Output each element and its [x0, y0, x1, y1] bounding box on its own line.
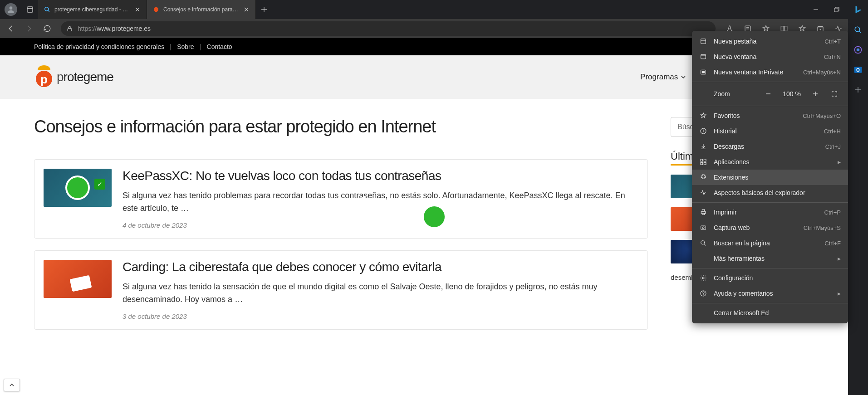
- new-window-icon: [699, 53, 707, 61]
- history-icon: [699, 127, 707, 135]
- menu-zoom: Zoom 100 %: [692, 84, 848, 104]
- menu-more-tools[interactable]: Más herramientas ▸: [692, 251, 848, 266]
- article-date: 3 de octubre de 2023: [123, 312, 638, 320]
- bing-search-icon: [44, 6, 51, 13]
- performance-icon: [699, 189, 707, 197]
- apps-icon: [699, 158, 707, 166]
- outlook-icon[interactable]: O: [852, 63, 864, 76]
- search-icon: [699, 239, 707, 247]
- menu-close-edge[interactable]: Cerrar Microsoft Ed: [692, 305, 848, 321]
- article-thumbnail: [44, 260, 112, 298]
- svg-point-66: [703, 295, 703, 295]
- downloads-chevron-button[interactable]: [4, 379, 20, 391]
- download-icon: [699, 142, 707, 151]
- close-icon[interactable]: [134, 6, 141, 13]
- menu-help[interactable]: Ayuda y comentarios ▸: [692, 286, 848, 301]
- star-icon: [699, 112, 707, 120]
- forward-button: [21, 20, 37, 37]
- svg-point-38: [857, 49, 860, 52]
- add-sidebar-icon[interactable]: [852, 83, 864, 96]
- svg-text:p: p: [40, 73, 48, 86]
- svg-rect-20: [781, 26, 784, 31]
- menu-new-inprivate[interactable]: Nueva ventana InPrivate Ctrl+Mayús+N: [692, 64, 848, 80]
- svg-rect-58: [702, 210, 704, 211]
- svg-text:O: O: [856, 68, 860, 73]
- svg-point-64: [702, 277, 704, 279]
- menu-downloads[interactable]: Descargas Ctrl+J: [692, 139, 848, 154]
- url-text: https://www.protegeme.es: [78, 25, 151, 32]
- svg-rect-54: [704, 159, 706, 161]
- article-card[interactable]: Carding: La ciberestafa que debes conoce…: [34, 250, 648, 330]
- topbar-privacy-link[interactable]: Política de privacidad y condiciones gen…: [34, 43, 164, 50]
- article-excerpt: Si alguna vez has tenido problemas para …: [123, 190, 638, 215]
- tab-search[interactable]: protegeme ciberseguridad - Búsq: [38, 0, 147, 19]
- svg-rect-57: [701, 211, 705, 214]
- menu-new-tab[interactable]: Nueva pestaña Ctrl+T: [692, 34, 848, 49]
- extensions-icon: [699, 173, 707, 181]
- menu-settings[interactable]: Configuración: [692, 270, 848, 286]
- svg-rect-53: [701, 159, 703, 161]
- tabs: protegeme ciberseguridad - Búsq Consejos…: [38, 0, 805, 19]
- search-sidebar-icon[interactable]: [852, 24, 864, 36]
- lock-icon: [66, 25, 73, 32]
- edge-sidebar: O: [848, 0, 868, 395]
- profile-avatar[interactable]: [5, 3, 17, 16]
- svg-rect-1: [27, 7, 33, 12]
- article-card[interactable]: KeePassXC: No te vuelvas loco con todas …: [34, 159, 648, 239]
- topbar-about-link[interactable]: Sobre: [177, 43, 194, 50]
- chevron-right-icon: ▸: [838, 158, 841, 166]
- menu-favorites[interactable]: Favoritos Ctrl+Mayús+O: [692, 108, 848, 123]
- svg-rect-21: [785, 26, 787, 31]
- article-title[interactable]: Carding: La ciberestafa que debes conoce…: [123, 260, 638, 274]
- menu-browser-basics[interactable]: Aspectos básicos del explorador: [692, 185, 848, 200]
- svg-rect-15: [68, 28, 72, 31]
- topbar-contact-link[interactable]: Contacto: [207, 43, 232, 50]
- nav-programas[interactable]: Programas: [640, 73, 686, 82]
- gear-icon: [699, 274, 707, 282]
- menu-print[interactable]: Imprimir Ctrl+P: [692, 205, 848, 220]
- menu-history[interactable]: Historial Ctrl+H: [692, 123, 848, 139]
- sidebar-heading: Últim: [671, 151, 693, 166]
- article-date: 4 de octubre de 2023: [123, 221, 638, 229]
- back-button[interactable]: [3, 20, 19, 37]
- article-thumbnail: [44, 169, 112, 207]
- menu-web-capture[interactable]: Captura web Ctrl+Mayús+S: [692, 220, 848, 235]
- svg-rect-56: [704, 162, 706, 165]
- site-logo[interactable]: p protegeme: [34, 65, 113, 89]
- svg-rect-48: [702, 72, 704, 73]
- minimize-button[interactable]: [805, 0, 826, 19]
- menu-find[interactable]: Buscar en la página Ctrl+F: [692, 235, 848, 251]
- svg-line-4: [48, 10, 49, 12]
- svg-point-62: [701, 241, 705, 244]
- maximize-button[interactable]: [826, 0, 847, 19]
- menu-apps[interactable]: Aplicaciones ▸: [692, 154, 848, 170]
- page-title: Consejos e información para estar proteg…: [34, 117, 648, 137]
- address-bar[interactable]: https://www.protegeme.es: [61, 21, 716, 36]
- copilot-icon[interactable]: [852, 44, 864, 56]
- zoom-in-button[interactable]: [809, 88, 822, 100]
- close-icon[interactable]: [243, 6, 250, 13]
- new-tab-button[interactable]: [256, 0, 272, 19]
- fullscreen-button[interactable]: [828, 88, 841, 100]
- article-excerpt: Si alguna vez has tenido la sensación de…: [123, 281, 638, 306]
- tab-title: Consejos e información para esta: [163, 6, 239, 13]
- refresh-button[interactable]: [39, 20, 55, 37]
- bing-chat-icon[interactable]: [852, 4, 864, 16]
- menu-extensions[interactable]: Extensiones: [692, 170, 848, 185]
- menu-new-window[interactable]: Nueva ventana Ctrl+N: [692, 49, 848, 64]
- logo-mark-icon: p: [34, 65, 54, 89]
- svg-rect-12: [834, 8, 838, 12]
- zoom-value: 100 %: [781, 90, 803, 98]
- svg-rect-45: [701, 54, 706, 59]
- zoom-out-button[interactable]: [762, 88, 775, 100]
- chevron-right-icon: ▸: [838, 290, 841, 297]
- site-favicon-icon: [152, 6, 160, 13]
- svg-line-63: [704, 244, 706, 246]
- tab-protegeme[interactable]: Consejos e información para esta: [147, 0, 256, 19]
- article-title[interactable]: KeePassXC: No te vuelvas loco con todas …: [123, 169, 638, 183]
- svg-rect-60: [701, 226, 706, 229]
- tab-actions-icon[interactable]: [22, 1, 38, 18]
- svg-point-35: [855, 27, 860, 32]
- tab-title: protegeme ciberseguridad - Búsq: [54, 6, 130, 13]
- svg-rect-55: [701, 162, 703, 165]
